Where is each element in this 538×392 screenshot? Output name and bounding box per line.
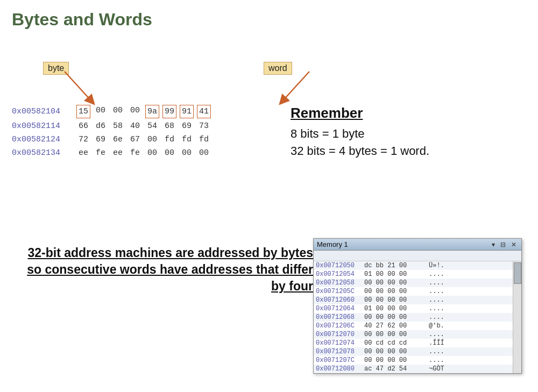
mem-byte-cell: ee <box>76 147 90 159</box>
mem-byte-cell: 00 <box>111 105 125 118</box>
mem-win-bytes: ac 47 d2 54 <box>364 365 429 373</box>
mem-byte-cell: d6 <box>94 120 108 132</box>
mem-byte-cell: 00 <box>180 147 194 159</box>
memory-dump-row: 0x0058211466d6584054686973 <box>12 120 211 132</box>
scroll-thumb[interactable] <box>514 262 521 284</box>
mem-win-chars: .ÍÍÍ <box>429 339 461 347</box>
memory-table-container: 0x00712050dc bb 21 00Ü»!.0x0071205401 00… <box>314 261 521 373</box>
mem-win-addr: 0x00712054 <box>316 270 364 278</box>
memory-window-title: Memory 1 <box>317 240 348 248</box>
mem-byte-cell: 00 <box>197 147 211 159</box>
memory-toolbar <box>314 251 521 261</box>
mem-byte-cell: fe <box>128 147 142 159</box>
mem-win-bytes: 00 00 00 00 <box>364 296 429 304</box>
page-title: Bytes and Words <box>0 0 538 30</box>
mem-win-addr: 0x00712058 <box>316 279 364 287</box>
memory-window-row: 0x0071205C00 00 00 00.... <box>314 287 513 296</box>
memory-dump-row: 0x00582104150000009a999141 <box>12 105 211 118</box>
mem-win-chars: .... <box>429 357 461 364</box>
mem-byte-cell: 58 <box>111 120 125 132</box>
mem-byte-cell: ee <box>111 147 125 159</box>
mem-win-bytes: dc bb 21 00 <box>364 262 429 269</box>
mem-byte-cell: 00 <box>162 147 176 159</box>
highlighted-word-byte: 9a <box>145 105 159 118</box>
remember-line-2: 32 bits = 4 bytes = 1 word. <box>291 144 429 158</box>
mem-win-chars: .... <box>429 270 461 278</box>
mem-byte-cell: fd <box>180 134 194 145</box>
mem-win-bytes: 40 27 62 00 <box>364 322 429 330</box>
svg-line-1 <box>282 72 309 101</box>
mem-byte-cell: 69 <box>180 120 194 132</box>
mem-win-bytes: 00 cd cd cd <box>364 339 429 347</box>
mem-byte-cell: 00 <box>128 105 142 118</box>
mem-win-bytes: 01 00 00 00 <box>364 305 429 312</box>
mem-byte-cell: 40 <box>128 120 142 132</box>
mem-win-chars: .... <box>429 296 461 304</box>
mem-byte-cell: fd <box>197 134 211 145</box>
memory-close-button[interactable]: ✕ <box>509 241 518 248</box>
mem-byte-cell: 73 <box>197 120 211 132</box>
memory-dump-row: 0x00582134eefeeefe00000000 <box>12 147 211 159</box>
memory-window-row: 0x0071206800 00 00 00.... <box>314 313 513 322</box>
mem-bytes: 150000009a999141 <box>76 105 211 118</box>
memory-dock-button[interactable]: ⊟ <box>499 241 507 248</box>
word-arrow-icon <box>269 69 312 106</box>
mem-win-addr: 0x00712070 <box>316 331 364 338</box>
memory-pin-button[interactable]: ▾ <box>490 241 497 248</box>
highlighted-word-byte: 41 <box>197 105 211 118</box>
memory-table: 0x00712050dc bb 21 00Ü»!.0x0071205401 00… <box>314 261 513 373</box>
highlighted-byte: 15 <box>76 105 90 118</box>
mem-win-bytes: 00 00 00 00 <box>364 331 429 338</box>
highlighted-word-byte: 99 <box>162 105 176 118</box>
mem-win-addr: 0x0071206C <box>316 322 364 330</box>
mem-byte-cell: fd <box>162 134 176 145</box>
mem-win-chars: .... <box>429 305 461 312</box>
mem-bytes: 66d6584054686973 <box>76 120 211 132</box>
mem-byte-cell: 68 <box>162 120 176 132</box>
mem-win-addr: 0x00712074 <box>316 339 364 347</box>
memory-dump: 0x00582104150000009a9991410x0058211466d6… <box>12 105 211 161</box>
memory-window-row: 0x0071206401 00 00 00.... <box>314 304 513 313</box>
mem-addr: 0x00582124 <box>12 134 76 145</box>
highlighted-word-byte: 91 <box>180 105 194 118</box>
memory-window-row: 0x0071207C00 00 00 00.... <box>314 356 513 365</box>
memory-window-row: 0x0071207800 00 00 00.... <box>314 347 513 356</box>
mem-win-chars: ¬GÒT <box>429 365 461 373</box>
mem-win-addr: 0x00712050 <box>316 262 364 269</box>
mem-addr: 0x00582114 <box>12 120 76 132</box>
mem-win-bytes: 00 00 00 00 <box>364 357 429 364</box>
memory-window-row: 0x0071207000 00 00 00.... <box>314 330 513 339</box>
memory-window-row: 0x00712050dc bb 21 00Ü»!. <box>314 261 513 270</box>
mem-win-addr: 0x0071205C <box>316 288 364 295</box>
mem-win-chars: @'b. <box>429 322 461 330</box>
mem-byte-cell: 00 <box>145 134 159 145</box>
mem-win-addr: 0x0071207C <box>316 357 364 364</box>
mem-addr: 0x00582104 <box>12 106 76 117</box>
mem-win-addr: 0x00712078 <box>316 348 364 355</box>
mem-addr: 0x00582134 <box>12 147 76 159</box>
mem-win-addr: 0x00712064 <box>316 305 364 312</box>
mem-byte-cell: 72 <box>76 134 90 145</box>
remember-section: Remember 8 bits = 1 byte 32 bits = 4 byt… <box>291 105 429 161</box>
memory-window-row: 0x0071207400 cd cd cd.ÍÍÍ <box>314 339 513 347</box>
mem-win-chars: .... <box>429 279 461 287</box>
memory-dump-row: 0x0058212472696e6700fdfdfd <box>12 134 211 145</box>
remember-title: Remember <box>291 105 429 122</box>
memory-window-row: 0x0071205800 00 00 00.... <box>314 279 513 287</box>
mem-win-bytes: 00 00 00 00 <box>364 288 429 295</box>
mem-win-bytes: 01 00 00 00 <box>364 270 429 278</box>
mem-win-chars: Ü»!. <box>429 262 461 269</box>
mem-byte-cell: 69 <box>94 134 108 145</box>
memory-titlebar: Memory 1 ▾ ⊟ ✕ <box>314 239 521 251</box>
mem-win-chars: .... <box>429 288 461 295</box>
mem-bytes: 72696e6700fdfdfd <box>76 134 211 145</box>
memory-window-row: 0x0071205401 00 00 00.... <box>314 270 513 279</box>
mem-byte-cell: 67 <box>128 134 142 145</box>
mem-byte-cell: 00 <box>94 105 108 118</box>
remember-line-1: 8 bits = 1 byte <box>291 127 429 141</box>
mem-win-bytes: 00 00 00 00 <box>364 348 429 355</box>
memory-scrollbar[interactable] <box>513 261 521 373</box>
mem-win-bytes: 00 00 00 00 <box>364 313 429 321</box>
memory-window-row: 0x00712080ac 47 d2 54¬GÒT <box>314 365 513 373</box>
memory-window: Memory 1 ▾ ⊟ ✕ 0x00712050dc bb 21 00Ü»!.… <box>313 238 522 374</box>
